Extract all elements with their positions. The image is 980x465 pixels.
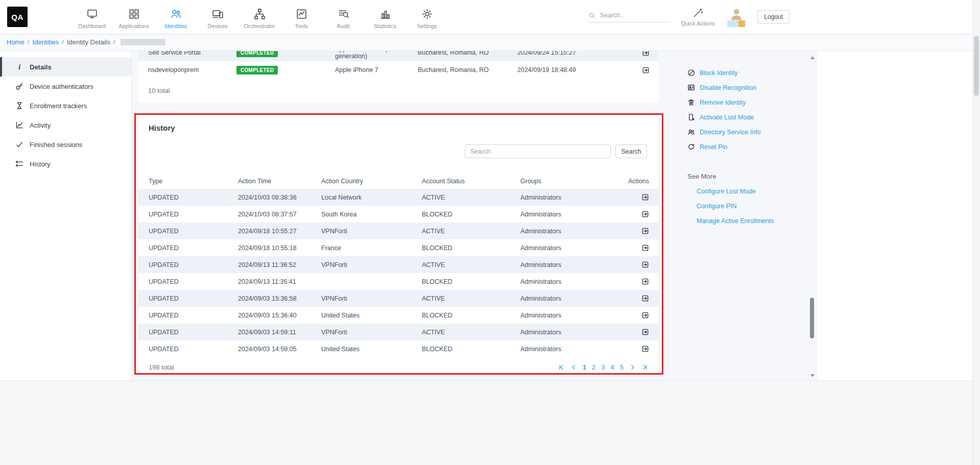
first-page-icon[interactable] — [558, 364, 565, 371]
action-label: Directory Service Info — [700, 129, 760, 136]
directory-service-info-action[interactable]: Directory Service Info — [687, 125, 803, 139]
prev-page-icon[interactable] — [570, 364, 577, 371]
page-number[interactable]: 4 — [611, 363, 614, 371]
type-cell: UPDATED — [138, 278, 238, 285]
action-time-cell: 2024/09/18 10:55:27 — [238, 228, 321, 235]
sidebar-item-device-authenticators[interactable]: Device authenticators — [0, 77, 131, 96]
open-record-icon[interactable] — [641, 193, 649, 201]
nav-item-audit[interactable]: Audit — [322, 5, 364, 29]
disable-recognition-action[interactable]: Disable Recognition — [687, 80, 803, 95]
audit-icon — [337, 8, 350, 20]
history-row: UPDATED 2024/09/18 10:55:18 France BLOCK… — [138, 239, 658, 256]
nav-item-dashboard[interactable]: Dashboard — [71, 5, 113, 29]
header-account-status: Account Status — [422, 178, 520, 185]
topbar-search — [588, 12, 669, 22]
bottom-strip — [0, 380, 980, 465]
page-number[interactable]: 3 — [601, 363, 605, 371]
window-scrollbar-thumb[interactable] — [974, 36, 979, 96]
pagination: 12345 — [558, 363, 648, 371]
block-icon — [687, 69, 695, 77]
open-record-icon[interactable] — [641, 328, 649, 336]
session-status-cell: COMPLETED — [236, 51, 335, 56]
nav-item-settings[interactable]: Settings — [406, 5, 448, 29]
nav-item-tools[interactable]: Tools — [280, 5, 322, 29]
history-row: UPDATED 2024/10/03 08:37:57 South Korea … — [138, 206, 658, 223]
nav-label: Dashboard — [78, 23, 106, 29]
breadcrumb-separator: / — [113, 38, 115, 46]
header-actions: Actions — [619, 178, 658, 185]
sidebar-item-history[interactable]: History — [0, 154, 131, 174]
open-record-icon[interactable] — [641, 261, 649, 268]
page-number[interactable]: 2 — [592, 363, 595, 371]
page-number[interactable]: 5 — [620, 363, 624, 371]
inner-scrollbar-thumb[interactable] — [810, 298, 814, 338]
action-time-cell: 2024/09/03 15:36:58 — [238, 295, 321, 302]
info-icon: i — [15, 63, 23, 71]
reset-pin-action[interactable]: Reset Pin — [687, 139, 803, 154]
topbar-search-input[interactable] — [600, 12, 660, 19]
action-time-cell: 2024/09/03 14:59:05 — [238, 346, 321, 353]
app-logo[interactable]: QA — [7, 7, 28, 27]
groups-cell: Administrators — [520, 211, 619, 218]
detail-sidebar: i Details Device authenticators Enrollme… — [0, 51, 132, 380]
action-country-cell: France — [321, 244, 422, 252]
nav-item-orchestrator[interactable]: Orchestrator — [238, 5, 280, 29]
type-cell: UPDATED — [138, 261, 238, 268]
sidebar-item-details[interactable]: i Details — [0, 57, 131, 77]
open-record-icon[interactable] — [641, 227, 649, 235]
account-status-cell: BLOCKED — [422, 346, 520, 353]
open-record-icon[interactable] — [641, 210, 649, 218]
actions-cell — [619, 193, 658, 201]
session-actions-cell — [608, 66, 659, 74]
type-cell: UPDATED — [138, 295, 238, 302]
history-search-button[interactable]: Search — [615, 144, 647, 158]
sidebar-item-enrollment-trackers[interactable]: Enrollment trackers — [0, 96, 131, 115]
main-scroll-region: Self Service Portal COMPLETED Apple iPho… — [132, 51, 817, 380]
action-label: Block Identity — [700, 69, 737, 77]
activate-lost-mode-action[interactable]: Activate Lost Mode — [687, 110, 803, 125]
user-avatar[interactable] — [727, 7, 745, 27]
topbar-right: Quick Actions Logout — [588, 7, 790, 27]
sidebar-item-activity[interactable]: Activity — [0, 115, 131, 135]
status-badge: COMPLETED — [236, 66, 278, 75]
manage-active-enrollments-link[interactable]: Manage Active Enrollments — [697, 217, 803, 225]
history-search-input[interactable] — [465, 144, 611, 158]
open-record-icon[interactable] — [641, 295, 649, 302]
breadcrumb-identities-link[interactable]: Identities — [32, 38, 59, 46]
type-cell: UPDATED — [138, 312, 238, 319]
next-page-icon[interactable] — [629, 364, 636, 371]
session-time-cell: 2024/09/19 18:48:49 — [517, 66, 608, 74]
account-status-cell: BLOCKED — [422, 244, 520, 252]
remove-identity-action[interactable]: Remove Identity — [687, 95, 803, 110]
nav-label: Orchestrator — [244, 23, 275, 29]
open-record-icon[interactable] — [641, 311, 649, 319]
nav-item-identities[interactable]: Identities — [155, 5, 197, 29]
actions-cell — [619, 345, 658, 353]
dashboard-icon — [86, 8, 99, 20]
block-identity-action[interactable]: Block Identity — [687, 65, 803, 80]
history-row: UPDATED 2024/09/13 11:35:41 BLOCKED Admi… — [138, 273, 658, 290]
logout-button[interactable]: Logout — [757, 10, 790, 23]
open-record-icon[interactable] — [641, 244, 649, 252]
header-action-country: Action Country — [321, 178, 422, 185]
session-row: Self Service Portal COMPLETED Apple iPho… — [138, 51, 659, 61]
breadcrumb-home-link[interactable]: Home — [7, 38, 25, 46]
nav-item-applications[interactable]: Applications — [113, 5, 155, 29]
last-page-icon[interactable] — [641, 364, 648, 371]
open-record-icon[interactable] — [641, 278, 649, 285]
redacted-identity-name — [121, 39, 165, 45]
sidebar-item-finished-sessions[interactable]: Finished sessions — [0, 135, 131, 154]
nav-item-devices[interactable]: Devices — [197, 5, 238, 29]
quick-actions-button[interactable]: Quick Actions — [681, 8, 715, 27]
open-record-icon[interactable] — [642, 51, 650, 57]
page-number[interactable]: 1 — [583, 363, 586, 371]
scroll-up-arrow[interactable] — [810, 56, 815, 59]
configure-pin-link[interactable]: Configure PIN — [697, 203, 803, 210]
actions-cell — [619, 210, 658, 218]
open-record-icon[interactable] — [641, 345, 649, 353]
configure-lost-mode-link[interactable]: Configure Lost Mode — [697, 188, 803, 195]
open-record-icon[interactable] — [642, 66, 650, 74]
nav-item-statistics[interactable]: Statistics — [364, 5, 406, 29]
breadcrumb-separator: / — [28, 38, 30, 46]
scroll-down-arrow[interactable] — [810, 374, 815, 377]
